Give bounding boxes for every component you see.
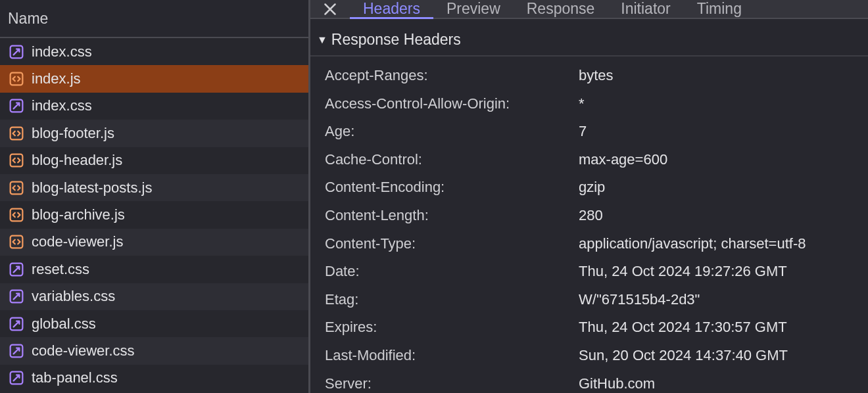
request-filename: reset.css — [32, 261, 89, 278]
header-value: 280 — [579, 206, 603, 225]
name-column-header[interactable]: Name — [0, 0, 308, 38]
request-filename: variables.css — [32, 288, 115, 305]
header-name: Accept-Ranges: — [325, 66, 579, 85]
header-row: Content-Length:280 — [325, 202, 856, 230]
css-file-icon — [9, 344, 24, 358]
header-value: Sun, 20 Oct 2024 14:37:40 GMT — [579, 346, 788, 365]
header-value: Thu, 24 Oct 2024 17:30:57 GMT — [579, 318, 787, 337]
request-filename: tab-panel.css — [32, 369, 118, 386]
request-row[interactable]: tab-panel.css — [0, 365, 308, 392]
request-row[interactable]: code-viewer.css — [0, 337, 308, 364]
header-row: Age:7 — [325, 118, 856, 146]
header-name: Last-Modified: — [325, 346, 579, 365]
header-value: Thu, 24 Oct 2024 19:27:26 GMT — [579, 262, 787, 281]
header-row: Etag:W/"671515b4-2d3" — [325, 286, 856, 314]
request-filename: global.css — [32, 315, 96, 333]
header-value: bytes — [579, 66, 614, 85]
header-name: Date: — [325, 262, 579, 281]
header-name: Etag: — [325, 290, 579, 310]
header-value: application/javascript; charset=utf-8 — [579, 235, 806, 254]
header-value: 7 — [579, 122, 587, 141]
header-row: Content-Type:application/javascript; cha… — [325, 230, 856, 258]
request-filename: blog-latest-posts.js — [32, 179, 152, 196]
header-name: Content-Length: — [325, 206, 579, 225]
header-row: Content-Encoding:gzip — [325, 173, 856, 202]
tab-label: Headers — [363, 0, 420, 18]
css-file-icon — [9, 317, 24, 331]
header-row: Server:GitHub.com — [325, 370, 856, 393]
request-filename: index.css — [32, 43, 92, 60]
request-rows: index.cssindex.jsindex.cssblog-footer.js… — [0, 38, 308, 393]
request-details-pane: HeadersPreviewResponseInitiatorTiming ▼ … — [310, 0, 868, 393]
header-name: Server: — [325, 375, 579, 393]
close-icon — [324, 3, 337, 16]
css-file-icon — [9, 262, 24, 277]
request-filename: blog-footer.js — [32, 125, 114, 142]
css-file-icon — [9, 371, 24, 385]
details-tabbar: HeadersPreviewResponseInitiatorTiming — [310, 0, 868, 19]
request-row[interactable]: blog-latest-posts.js — [0, 174, 308, 201]
network-request-list: Name index.cssindex.jsindex.cssblog-foot… — [0, 0, 310, 393]
tab-timing[interactable]: Timing — [684, 0, 755, 18]
header-value: max-age=600 — [579, 150, 667, 170]
name-column-label: Name — [8, 10, 48, 28]
request-row[interactable]: index.css — [0, 93, 308, 120]
js-file-icon — [9, 126, 24, 141]
devtools-network-panel: Name index.cssindex.jsindex.cssblog-foot… — [0, 0, 868, 393]
header-row: Cache-Control:max-age=600 — [325, 146, 856, 174]
js-file-icon — [9, 72, 24, 86]
header-value: * — [579, 95, 585, 114]
js-file-icon — [9, 153, 24, 168]
css-file-icon — [9, 289, 24, 304]
header-row: Accept-Ranges:bytes — [325, 62, 856, 90]
request-row[interactable]: index.js — [0, 65, 308, 92]
header-row: Last-Modified:Sun, 20 Oct 2024 14:37:40 … — [325, 342, 856, 370]
request-row[interactable]: blog-header.js — [0, 147, 308, 174]
css-file-icon — [9, 45, 24, 59]
header-value: GitHub.com — [579, 375, 655, 393]
request-filename: blog-header.js — [32, 152, 122, 169]
request-filename: code-viewer.css — [32, 342, 135, 359]
js-file-icon — [9, 208, 24, 222]
request-filename: index.js — [32, 70, 81, 87]
header-name: Content-Type: — [325, 235, 579, 254]
header-name: Expires: — [325, 318, 579, 337]
tab-label: Preview — [446, 0, 500, 18]
request-row[interactable]: code-viewer.js — [0, 229, 308, 256]
tab-preview[interactable]: Preview — [433, 0, 514, 18]
header-row: Access-Control-Allow-Origin:* — [325, 90, 856, 118]
disclosure-triangle-icon: ▼ — [317, 35, 327, 45]
header-row: Date:Thu, 24 Oct 2024 19:27:26 GMT — [325, 258, 856, 286]
tab-label: Response — [527, 0, 595, 18]
header-name: Content-Encoding: — [325, 178, 579, 197]
tab-label: Timing — [697, 0, 742, 18]
css-file-icon — [9, 99, 24, 113]
request-filename: code-viewer.js — [32, 233, 123, 250]
request-row[interactable]: blog-footer.js — [0, 120, 308, 147]
header-row: Expires:Thu, 24 Oct 2024 17:30:57 GMT — [325, 313, 856, 342]
request-row[interactable]: reset.css — [0, 256, 308, 283]
header-name: Access-Control-Allow-Origin: — [325, 95, 579, 114]
header-value: W/"671515b4-2d3" — [579, 290, 700, 310]
header-name: Cache-Control: — [325, 150, 579, 170]
tab-response[interactable]: Response — [514, 0, 608, 18]
header-value: gzip — [579, 178, 605, 197]
request-row[interactable]: global.css — [0, 310, 308, 337]
request-row[interactable]: index.css — [0, 38, 308, 65]
js-file-icon — [9, 181, 24, 195]
tab-headers[interactable]: Headers — [350, 0, 433, 18]
response-headers-section: ▼ Response Headers Accept-Ranges:bytesAc… — [310, 19, 868, 393]
request-row[interactable]: blog-archive.js — [0, 201, 308, 228]
request-filename: index.css — [32, 97, 92, 114]
section-title: Response Headers — [331, 31, 461, 49]
js-file-icon — [9, 235, 24, 249]
request-filename: blog-archive.js — [32, 206, 125, 223]
tab-label: Initiator — [621, 0, 670, 18]
response-headers-list: Accept-Ranges:bytesAccess-Control-Allow-… — [310, 57, 868, 393]
response-headers-toggle[interactable]: ▼ Response Headers — [310, 26, 868, 57]
header-name: Age: — [325, 122, 579, 141]
tab-initiator[interactable]: Initiator — [608, 0, 683, 18]
close-details-button[interactable] — [310, 0, 350, 18]
request-row[interactable]: variables.css — [0, 283, 308, 310]
